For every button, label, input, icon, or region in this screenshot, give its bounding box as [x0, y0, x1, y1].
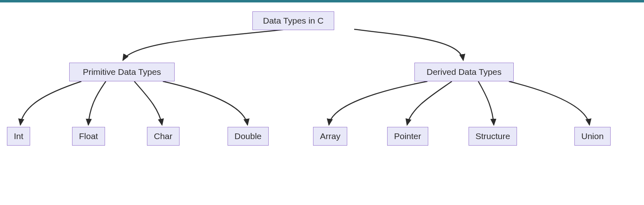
- node-primitive: Primitive Data Types: [69, 63, 175, 81]
- node-union: Union: [574, 127, 611, 146]
- diagram-container: Data Types in C Primitive Data Types Der…: [0, 0, 644, 205]
- diagram-arrows: [0, 0, 644, 205]
- node-pointer: Pointer: [387, 127, 428, 146]
- node-float: Float: [72, 127, 105, 146]
- node-structure: Structure: [469, 127, 517, 146]
- node-double: Double: [228, 127, 269, 146]
- node-int: Int: [7, 127, 30, 146]
- node-array: Array: [313, 127, 347, 146]
- node-char: Char: [147, 127, 180, 146]
- node-root: Data Types in C: [252, 11, 334, 30]
- node-derived: Derived Data Types: [414, 63, 514, 81]
